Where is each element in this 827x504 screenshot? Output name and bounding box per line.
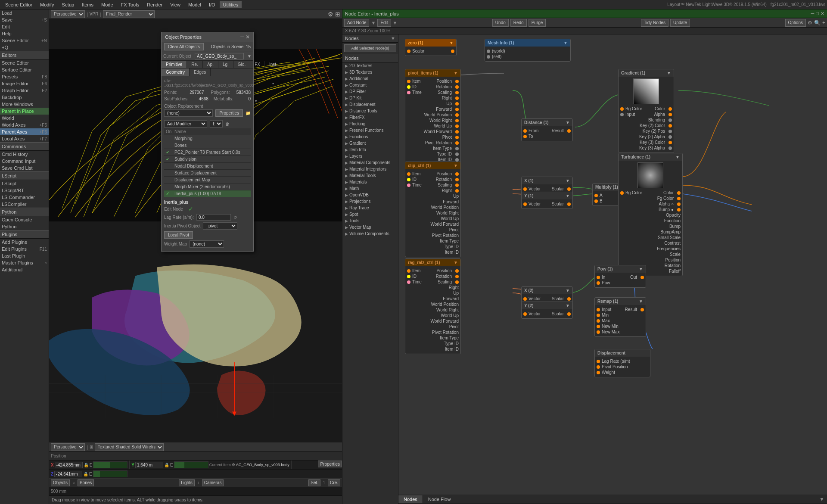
lag-rate-reset[interactable]: ↺ [233,215,237,220]
menu-view[interactable]: View [167,1,184,8]
y-lock-icon[interactable]: 🔒 [164,463,169,467]
properties-btn[interactable]: Properties [215,109,243,117]
sidebar-item-save[interactable]: Save+S [0,16,49,23]
add-selected-node-btn[interactable]: Add Selected Node(s) [344,44,396,52]
tab-ap[interactable]: Ap. [203,61,218,68]
render-preset-select[interactable]: Final_Render [103,10,155,18]
replacement-select[interactable]: (none) [164,109,213,117]
node-cat-layers[interactable]: ▶Layers [342,153,398,159]
edit-btn[interactable]: Edit [377,19,391,27]
modifier-morph-mixer[interactable]: Morph Mixer (2 endomorphs) [164,184,251,190]
modifier-morphing[interactable]: Morphing [164,135,251,142]
options-btn[interactable]: Options [785,19,806,27]
node-x-1[interactable]: X (1)▼ VectorScalar [521,177,573,194]
node-cat-material-components[interactable]: ▶Material Components [342,159,398,166]
node-flow-tab[interactable]: Node Flow [423,495,457,503]
modifier-nodal[interactable]: Nodal Displacement [164,163,251,170]
y-input[interactable] [135,462,163,468]
update-btn[interactable]: Update [670,19,690,27]
node-cat-spot[interactable]: ▶Spot [342,211,398,218]
node-cat-fresnel[interactable]: ▶Fresnel Functions [342,127,398,134]
node-cat-material-tools[interactable]: ▶Material Tools [342,172,398,179]
sidebar-item-world-axes[interactable]: World Axes+F5 [0,121,49,128]
cameras-tab-btn[interactable]: Cameras [202,479,224,486]
sidebar-item-command-input[interactable]: Command Input [0,158,49,165]
sidebar-item-lscript[interactable]: LScript [0,180,49,187]
tab-glo[interactable]: Glo. [233,61,250,68]
menu-io[interactable]: I/O [205,1,219,8]
tab-lg[interactable]: Lg. [218,61,233,68]
undo-btn[interactable]: Undo [492,19,509,27]
node-cat-2d-textures[interactable]: ▶2D Textures [342,62,398,69]
subtab-edges[interactable]: Edges [190,68,211,76]
settings-icon[interactable]: ⚙ [808,20,812,26]
sidebar-item-presets[interactable]: PresetsF8 [0,73,49,80]
node-cat-additional[interactable]: ▶Additional [342,75,398,82]
modifier-surface-disp[interactable]: Surface Displacement [164,170,251,177]
display-style-select[interactable]: Textured Shaded Solid Wireframe [95,443,164,451]
node-editor-maximize[interactable]: □ [816,11,819,16]
sidebar-item-clearscene[interactable]: Scene Editor+N [0,37,49,44]
lag-rate-input[interactable] [196,214,231,221]
menu-items[interactable]: Items [78,1,97,8]
sidebar-item-open-console[interactable]: Open Console [0,216,49,223]
node-canvas[interactable]: zero (1)▼ Scalar Mesh Info (1)▼ (world) … [398,34,827,504]
node-cat-ray-trace[interactable]: ▶Ray Trace [342,205,398,211]
search-icon[interactable]: 🔍 [814,20,821,26]
node-cat-gradient[interactable]: ▶Gradient [342,140,398,146]
menu-load[interactable]: Scene Editor [2,1,36,8]
node-y-1[interactable]: Y (1)▼ VectorScalar [521,192,573,209]
dialog-title[interactable]: Object Properties ─ ✕ [162,32,253,42]
menu-modify[interactable]: Modify [37,1,57,8]
node-cat-displacement[interactable]: ▶Displacement [342,101,398,108]
folder-icon[interactable]: 📁 [246,111,251,115]
local-pivot-btn[interactable]: Local Pivot [164,231,193,239]
dialog-minimize[interactable]: ─ [240,34,244,40]
tidy-nodes-btn[interactable]: Tidy Nodes [641,19,668,27]
node-cat-item-info[interactable]: ▶Item Info [342,146,398,153]
node-remap-1[interactable]: Remap (1)▼ InputResult Min Max New Min N… [594,297,646,337]
camera-select[interactable]: Perspective [51,10,85,18]
node-x-2[interactable]: X (2)▼ VectorScalar [521,286,573,304]
node-cat-math[interactable]: ▶Math [342,185,398,192]
modifier-inertia-plus[interactable]: ✓ Inertia_plus (1.00) 07/18 [164,190,251,197]
sel-btn[interactable]: Sel. [308,479,320,486]
tab-inst[interactable]: Inst. [265,61,282,68]
sidebar-item-additional[interactable]: Additional [0,266,49,273]
sidebar-item-parent-in-place[interactable]: Parent in Place [0,108,49,115]
tab-primitive[interactable]: Primitive [162,61,187,68]
create-btn[interactable]: Cre. [328,479,340,486]
bones-tab-btn[interactable]: Bones [78,479,94,486]
edit-node-checkbox[interactable]: ✓ [188,205,193,212]
inertia-pivot-select[interactable]: _pivot [203,222,237,230]
nodes-tab[interactable]: Nodes [398,495,423,503]
sidebar-item-save-cmd-list[interactable]: Save Cmd List [0,165,49,171]
sidebar-item-lscript-rt[interactable]: LScript/RT [0,187,49,194]
node-cat-dp-filter[interactable]: ▶DP Filter [342,88,398,95]
redo-btn[interactable]: Redo [510,19,527,27]
tab-fx[interactable]: FX [250,61,265,68]
view-mode-select[interactable]: Perspective [51,443,85,451]
sidebar-item-backdrop[interactable]: Backdrop [0,94,49,101]
node-rag-ralz-ctrl-1[interactable]: rag_ralz_ctrl (1)▼ ItemPosition IDRotati… [405,258,461,354]
node-cat-material-integrators[interactable]: ▶Material Integrators [342,166,398,172]
menu-render[interactable]: Render [143,1,166,8]
purge-btn[interactable]: Purge [529,19,546,27]
node-zero-1[interactable]: zero (1)▼ Scalar [405,39,457,56]
viewport-icon-grid[interactable]: ⊞ [335,11,340,18]
sidebar-item-parent-axes[interactable]: Parent Axes+F6 [0,128,49,135]
menu-mode[interactable]: Mode [98,1,117,8]
sidebar-item-clearscene2[interactable]: +Q [0,44,49,51]
node-cat-volume-components[interactable]: ▶Volume Components [342,230,398,237]
sidebar-item-graph-editor[interactable]: Graph EditorF2 [0,87,49,94]
modifier-subdivision[interactable]: ✓ Subdivision [164,156,251,163]
viewport-icon-settings[interactable]: ⚙ [328,11,333,18]
modifier-delete[interactable]: 🗑 [225,121,230,126]
sidebar-item-image-editor[interactable]: Image EditorF6 [0,80,49,87]
sidebar-item-last-plugin[interactable]: Last Plugin [0,252,49,259]
node-cat-3d-textures[interactable]: ▶3D Textures [342,69,398,75]
menu-utilities[interactable]: Utilities [220,1,242,8]
sidebar-item-edit[interactable]: Edit [0,23,49,30]
modifier-bones[interactable]: Bones [164,142,251,149]
sidebar-item-local-axes[interactable]: Local Axes+F7 [0,135,49,142]
